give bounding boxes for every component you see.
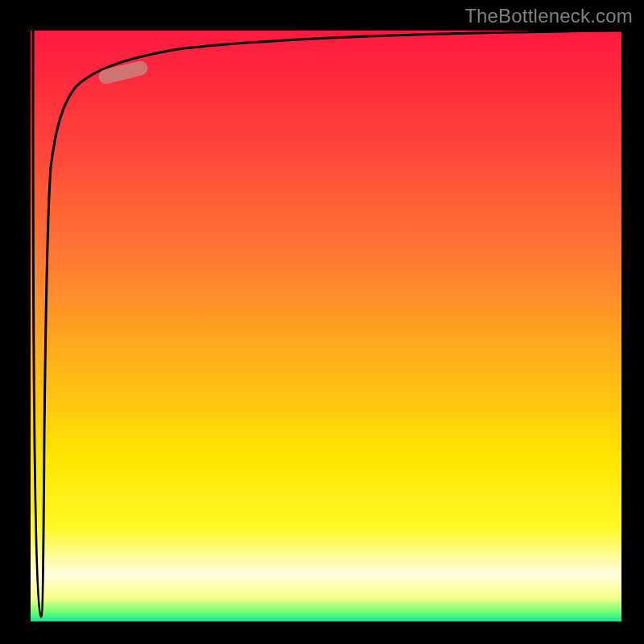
watermark-text: TheBottleneck.com: [464, 5, 633, 27]
chart-canvas: TheBottleneck.com: [0, 0, 644, 644]
gradient-plot-area: [31, 31, 621, 621]
